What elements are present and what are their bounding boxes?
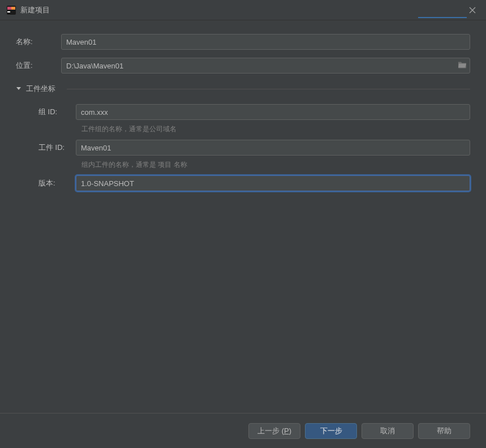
artifact-id-input[interactable] xyxy=(76,140,470,156)
name-row: 名称: xyxy=(16,34,470,50)
version-row: 版本: xyxy=(26,175,470,191)
name-label: 名称: xyxy=(16,37,54,47)
artifact-id-hint: 组内工件的名称，通常是 项目 名称 xyxy=(26,160,470,170)
section-title: 工件坐标 xyxy=(26,84,55,94)
svg-rect-1 xyxy=(7,7,11,10)
artifact-coordinates-body: 组 ID: 工件组的名称，通常是公司域名 工件 ID: 组内工件的名称，通常是 … xyxy=(16,104,470,191)
ide-app-icon xyxy=(7,6,16,15)
location-row: 位置: xyxy=(16,58,470,74)
previous-button[interactable]: 上一步 (P) xyxy=(248,423,300,439)
location-label: 位置: xyxy=(16,61,54,71)
titlebar: 新建项目 xyxy=(0,0,486,20)
name-input[interactable] xyxy=(61,34,470,50)
group-id-label: 组 ID: xyxy=(26,107,69,117)
version-input[interactable] xyxy=(76,175,470,191)
group-id-input[interactable] xyxy=(76,104,470,120)
svg-rect-3 xyxy=(7,11,10,12)
location-input[interactable] xyxy=(61,58,470,74)
artifact-coordinates-toggle[interactable]: 工件坐标 xyxy=(16,81,470,96)
svg-rect-2 xyxy=(11,7,15,10)
group-id-row: 组 ID: xyxy=(26,104,470,120)
close-icon[interactable] xyxy=(465,2,480,18)
artifact-id-label: 工件 ID: xyxy=(26,143,69,153)
section-separator xyxy=(67,89,470,89)
version-label: 版本: xyxy=(26,178,69,188)
help-button[interactable]: 帮助 xyxy=(418,423,470,439)
chevron-down-icon xyxy=(16,86,21,92)
content-area: 名称: 位置: 工件坐标 组 ID: 工件组的名称，通常是公司域名 xyxy=(0,20,486,413)
artifact-id-row: 工件 ID: xyxy=(26,140,470,156)
prev-suffix: ) xyxy=(289,427,291,435)
next-button[interactable]: 下一步 xyxy=(305,423,357,439)
group-id-hint: 工件组的名称，通常是公司域名 xyxy=(26,124,470,134)
prev-mnemonic: P xyxy=(284,427,289,435)
cancel-button[interactable]: 取消 xyxy=(362,423,414,439)
window-title: 新建项目 xyxy=(20,5,50,15)
prev-prefix: 上一步 ( xyxy=(257,426,284,436)
footer-buttons: 上一步 (P) 下一步 取消 帮助 xyxy=(0,413,486,448)
tab-underline xyxy=(418,17,467,18)
